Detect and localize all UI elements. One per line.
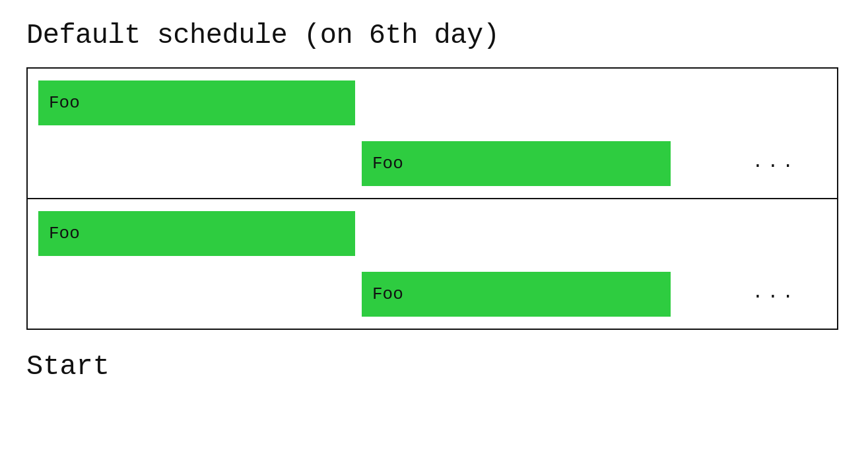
bar-foo-3: Foo (38, 211, 355, 256)
schedule-section-2: Foo Foo ··· (28, 199, 837, 329)
start-label: Start (26, 351, 842, 383)
schedule-row-2-1: Foo (28, 199, 837, 264)
dots-1: ··· (752, 156, 797, 176)
schedule-row-1-2: Foo ··· (28, 133, 837, 198)
schedule-section-1: Foo Foo ··· (28, 69, 837, 199)
bar-foo-1: Foo (38, 80, 355, 125)
bar-foo-4: Foo (362, 272, 671, 317)
schedule-row-2-2: Foo ··· (28, 264, 837, 329)
dots-2: ··· (752, 286, 797, 307)
schedule-row-1-1: Foo (28, 69, 837, 133)
page-title: Default schedule (on 6th day) (26, 20, 842, 51)
bar-foo-2: Foo (362, 141, 671, 186)
schedule-container: Foo Foo ··· Foo Foo ··· (26, 67, 838, 330)
